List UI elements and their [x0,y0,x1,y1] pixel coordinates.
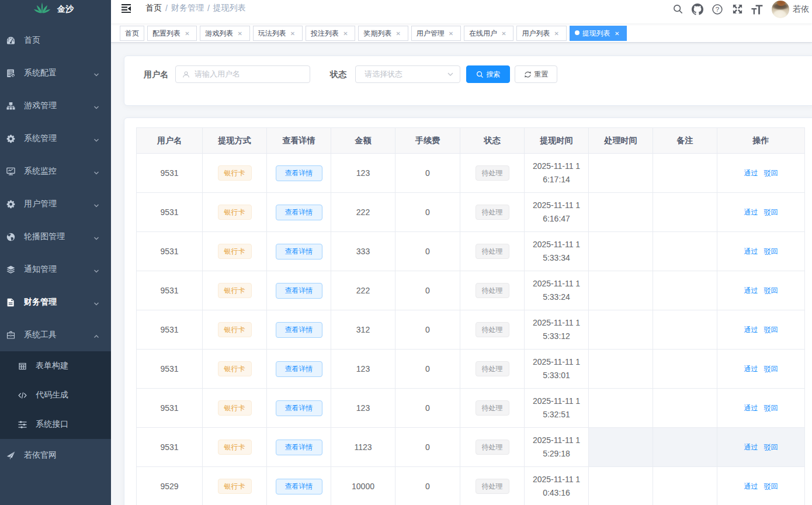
svg-text:?: ? [716,6,719,13]
